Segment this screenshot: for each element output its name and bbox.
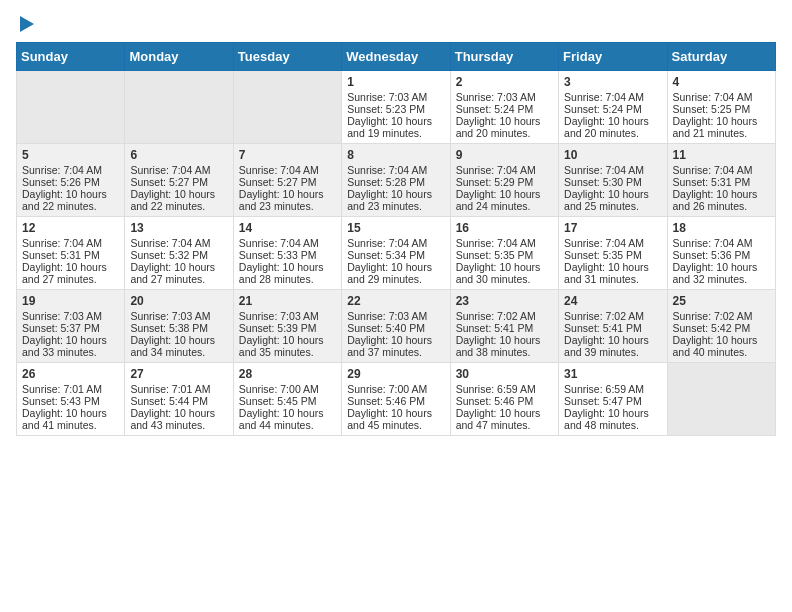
daylight-text: Daylight: 10 hours and 32 minutes. — [673, 261, 770, 285]
calendar-cell: 5Sunrise: 7:04 AMSunset: 5:26 PMDaylight… — [17, 144, 125, 217]
daylight-text: Daylight: 10 hours and 45 minutes. — [347, 407, 444, 431]
daylight-text: Daylight: 10 hours and 33 minutes. — [22, 334, 119, 358]
day-number: 15 — [347, 221, 444, 235]
daylight-text: Daylight: 10 hours and 47 minutes. — [456, 407, 553, 431]
day-number: 20 — [130, 294, 227, 308]
sunrise-text: Sunrise: 7:04 AM — [239, 164, 336, 176]
daylight-text: Daylight: 10 hours and 25 minutes. — [564, 188, 661, 212]
day-number: 16 — [456, 221, 553, 235]
daylight-text: Daylight: 10 hours and 48 minutes. — [564, 407, 661, 431]
sunset-text: Sunset: 5:28 PM — [347, 176, 444, 188]
sunrise-text: Sunrise: 7:04 AM — [564, 164, 661, 176]
sunset-text: Sunset: 5:35 PM — [564, 249, 661, 261]
sunrise-text: Sunrise: 7:01 AM — [22, 383, 119, 395]
sunrise-text: Sunrise: 7:04 AM — [347, 237, 444, 249]
daylight-text: Daylight: 10 hours and 37 minutes. — [347, 334, 444, 358]
weekday-header-wednesday: Wednesday — [342, 43, 450, 71]
sunrise-text: Sunrise: 7:04 AM — [130, 237, 227, 249]
page-header — [16, 16, 776, 30]
sunrise-text: Sunrise: 7:04 AM — [673, 164, 770, 176]
day-number: 23 — [456, 294, 553, 308]
calendar-cell: 24Sunrise: 7:02 AMSunset: 5:41 PMDayligh… — [559, 290, 667, 363]
sunrise-text: Sunrise: 7:04 AM — [239, 237, 336, 249]
sunrise-text: Sunrise: 7:04 AM — [22, 164, 119, 176]
sunset-text: Sunset: 5:47 PM — [564, 395, 661, 407]
daylight-text: Daylight: 10 hours and 41 minutes. — [22, 407, 119, 431]
sunset-text: Sunset: 5:27 PM — [130, 176, 227, 188]
sunrise-text: Sunrise: 6:59 AM — [456, 383, 553, 395]
sunset-text: Sunset: 5:30 PM — [564, 176, 661, 188]
sunrise-text: Sunrise: 7:03 AM — [130, 310, 227, 322]
daylight-text: Daylight: 10 hours and 20 minutes. — [456, 115, 553, 139]
sunrise-text: Sunrise: 7:04 AM — [456, 164, 553, 176]
calendar-cell: 26Sunrise: 7:01 AMSunset: 5:43 PMDayligh… — [17, 363, 125, 436]
day-number: 11 — [673, 148, 770, 162]
weekday-header-thursday: Thursday — [450, 43, 558, 71]
daylight-text: Daylight: 10 hours and 27 minutes. — [130, 261, 227, 285]
day-number: 6 — [130, 148, 227, 162]
sunrise-text: Sunrise: 6:59 AM — [564, 383, 661, 395]
daylight-text: Daylight: 10 hours and 23 minutes. — [239, 188, 336, 212]
day-number: 2 — [456, 75, 553, 89]
calendar-cell: 9Sunrise: 7:04 AMSunset: 5:29 PMDaylight… — [450, 144, 558, 217]
calendar-week-1: 1Sunrise: 7:03 AMSunset: 5:23 PMDaylight… — [17, 71, 776, 144]
day-number: 29 — [347, 367, 444, 381]
sunrise-text: Sunrise: 7:04 AM — [673, 91, 770, 103]
day-number: 3 — [564, 75, 661, 89]
day-number: 13 — [130, 221, 227, 235]
calendar-cell: 14Sunrise: 7:04 AMSunset: 5:33 PMDayligh… — [233, 217, 341, 290]
daylight-text: Daylight: 10 hours and 29 minutes. — [347, 261, 444, 285]
calendar-cell: 19Sunrise: 7:03 AMSunset: 5:37 PMDayligh… — [17, 290, 125, 363]
sunset-text: Sunset: 5:32 PM — [130, 249, 227, 261]
sunset-text: Sunset: 5:41 PM — [564, 322, 661, 334]
calendar-cell: 30Sunrise: 6:59 AMSunset: 5:46 PMDayligh… — [450, 363, 558, 436]
sunrise-text: Sunrise: 7:03 AM — [456, 91, 553, 103]
sunset-text: Sunset: 5:33 PM — [239, 249, 336, 261]
day-number: 14 — [239, 221, 336, 235]
sunset-text: Sunset: 5:31 PM — [673, 176, 770, 188]
day-number: 8 — [347, 148, 444, 162]
daylight-text: Daylight: 10 hours and 44 minutes. — [239, 407, 336, 431]
day-number: 5 — [22, 148, 119, 162]
calendar-week-3: 12Sunrise: 7:04 AMSunset: 5:31 PMDayligh… — [17, 217, 776, 290]
day-number: 31 — [564, 367, 661, 381]
daylight-text: Daylight: 10 hours and 39 minutes. — [564, 334, 661, 358]
sunset-text: Sunset: 5:39 PM — [239, 322, 336, 334]
calendar-cell: 29Sunrise: 7:00 AMSunset: 5:46 PMDayligh… — [342, 363, 450, 436]
daylight-text: Daylight: 10 hours and 30 minutes. — [456, 261, 553, 285]
sunrise-text: Sunrise: 7:04 AM — [564, 237, 661, 249]
day-number: 12 — [22, 221, 119, 235]
sunrise-text: Sunrise: 7:04 AM — [22, 237, 119, 249]
calendar-cell — [17, 71, 125, 144]
sunrise-text: Sunrise: 7:02 AM — [673, 310, 770, 322]
daylight-text: Daylight: 10 hours and 20 minutes. — [564, 115, 661, 139]
sunset-text: Sunset: 5:29 PM — [456, 176, 553, 188]
calendar-cell: 20Sunrise: 7:03 AMSunset: 5:38 PMDayligh… — [125, 290, 233, 363]
daylight-text: Daylight: 10 hours and 28 minutes. — [239, 261, 336, 285]
sunset-text: Sunset: 5:24 PM — [456, 103, 553, 115]
calendar-cell: 31Sunrise: 6:59 AMSunset: 5:47 PMDayligh… — [559, 363, 667, 436]
sunset-text: Sunset: 5:46 PM — [456, 395, 553, 407]
calendar-cell: 17Sunrise: 7:04 AMSunset: 5:35 PMDayligh… — [559, 217, 667, 290]
day-number: 30 — [456, 367, 553, 381]
calendar-header-row: SundayMondayTuesdayWednesdayThursdayFrid… — [17, 43, 776, 71]
calendar-cell: 1Sunrise: 7:03 AMSunset: 5:23 PMDaylight… — [342, 71, 450, 144]
day-number: 22 — [347, 294, 444, 308]
day-number: 9 — [456, 148, 553, 162]
day-number: 18 — [673, 221, 770, 235]
day-number: 27 — [130, 367, 227, 381]
sunset-text: Sunset: 5:37 PM — [22, 322, 119, 334]
calendar-week-2: 5Sunrise: 7:04 AMSunset: 5:26 PMDaylight… — [17, 144, 776, 217]
sunset-text: Sunset: 5:45 PM — [239, 395, 336, 407]
daylight-text: Daylight: 10 hours and 21 minutes. — [673, 115, 770, 139]
sunset-text: Sunset: 5:27 PM — [239, 176, 336, 188]
calendar-cell: 10Sunrise: 7:04 AMSunset: 5:30 PMDayligh… — [559, 144, 667, 217]
sunrise-text: Sunrise: 7:04 AM — [347, 164, 444, 176]
sunrise-text: Sunrise: 7:04 AM — [130, 164, 227, 176]
calendar-cell: 2Sunrise: 7:03 AMSunset: 5:24 PMDaylight… — [450, 71, 558, 144]
daylight-text: Daylight: 10 hours and 23 minutes. — [347, 188, 444, 212]
sunrise-text: Sunrise: 7:02 AM — [564, 310, 661, 322]
logo — [16, 16, 34, 30]
calendar-cell: 12Sunrise: 7:04 AMSunset: 5:31 PMDayligh… — [17, 217, 125, 290]
daylight-text: Daylight: 10 hours and 26 minutes. — [673, 188, 770, 212]
